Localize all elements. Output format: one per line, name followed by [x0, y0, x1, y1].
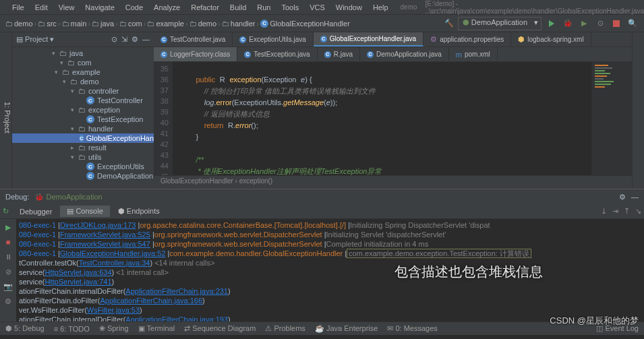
tree-item-testcontroller[interactable]: CTestController	[12, 96, 154, 105]
crumb-0[interactable]: demo	[14, 20, 33, 28]
project-panel: ▤ Project ▾ ⊙ ⇲ ⚙ — ▾🗀java▾🗀com▾🗀example…	[12, 32, 154, 189]
tree-item-demoapplication[interactable]: CDemoApplication	[12, 171, 154, 181]
console-toolbar: ▶ ■ ⏸ ⊘ 📷 ⚙	[0, 219, 16, 321]
tree-item-utils[interactable]: ▾🗀utils	[12, 152, 154, 162]
select-file-icon[interactable]: ⊙	[111, 35, 117, 44]
tab-debugger[interactable]: Debugger	[13, 206, 59, 217]
crumb-8[interactable]: GlobalExceptionHandler	[270, 20, 350, 28]
debug-tabs: ↻ Debugger ▤ Console ⬢ Endpoints ⤓ ⇥ ⤒ ↘	[0, 204, 644, 219]
sb-spring[interactable]: ❀ Spring	[99, 324, 129, 333]
tab-loggerfactory-class[interactable]: C LoggerFactory.class	[154, 47, 237, 61]
step-icon[interactable]: ⤓	[601, 207, 607, 216]
menu-window[interactable]: Window	[332, 2, 366, 13]
statusbar: ⬢ 5: Debug ≡ 6: TODO ❀ Spring ▣ Terminal…	[0, 321, 644, 335]
profile-button[interactable]: ⊙	[594, 18, 606, 30]
menu-view[interactable]: View	[55, 2, 79, 13]
debug-config[interactable]: 🐞 DemoApplication	[34, 193, 102, 202]
sb-messages[interactable]: ✉ 0: Messages	[387, 324, 437, 333]
menu-navigate[interactable]: Navigate	[81, 2, 118, 13]
tab-pom-xml[interactable]: m pom.xml	[449, 47, 498, 61]
menu-run[interactable]: Run	[253, 2, 274, 13]
tree-item-handler[interactable]: ▾🗀handler	[12, 124, 154, 133]
project-panel-header[interactable]: ▤ Project ▾ ⊙ ⇲ ⚙ —	[12, 32, 154, 47]
coverage-button[interactable]: ▶	[578, 18, 590, 30]
crumb-1[interactable]: src	[47, 20, 57, 28]
mute-icon[interactable]: ⊘	[3, 266, 13, 277]
search-icon[interactable]: 🔍	[626, 18, 639, 30]
step-icon[interactable]: ↘	[635, 207, 641, 216]
hide-icon[interactable]: —	[142, 35, 150, 44]
tab-testcontroller-java[interactable]: C TestController.java	[154, 32, 233, 47]
project-dropdown[interactable]: ▤ Project ▾	[16, 35, 54, 44]
stop-icon[interactable]: ■	[3, 237, 13, 247]
crumb-6[interactable]: demo	[198, 20, 217, 28]
tab-demoapplication-java[interactable]: C DemoApplication.java	[360, 47, 449, 61]
editor-tabs-row2: C LoggerFactory.classC TestException.jav…	[154, 47, 632, 62]
gear-icon[interactable]: ⚙	[619, 193, 626, 202]
tab-endpoints[interactable]: ⬢ Endpoints	[111, 206, 167, 217]
camera-icon[interactable]: 📷	[3, 281, 13, 292]
code-editor[interactable]: public R exception(Exception e) { // 控制台…	[173, 62, 591, 175]
sb-sequence[interactable]: ⇄ Sequence Diagram	[184, 324, 256, 333]
menu-tools[interactable]: Tools	[277, 2, 303, 13]
run-button[interactable]	[546, 18, 558, 30]
menu-vcs[interactable]: VCS	[305, 2, 329, 13]
svg-rect-0	[613, 20, 620, 27]
tab-exceptionutils-java[interactable]: C ExceptionUtils.java	[233, 32, 313, 47]
tab-testexception-java[interactable]: C TestException.java	[237, 47, 317, 61]
tree-item-exception[interactable]: ▾🗀exception	[12, 105, 154, 115]
editor-breadcrumb[interactable]: GlobalExceptionHandler › exception()	[154, 175, 632, 189]
console-output[interactable]: 080-exec-1 |DirectJDKLog.java:173 |org.a…	[16, 219, 644, 321]
hide-icon[interactable]: —	[631, 193, 639, 202]
stop-button[interactable]	[610, 18, 622, 30]
tree-item-globalexceptionhandler[interactable]: CGlobalExceptionHandler	[12, 133, 154, 143]
menu-code[interactable]: Code	[121, 2, 147, 13]
breadcrumb[interactable]: 🗀 demo› 🗀src› 🗀main› 🗀java› 🗀com› 🗀examp…	[5, 20, 350, 28]
menu-build[interactable]: Build	[226, 2, 250, 13]
debug-button[interactable]: 🐞	[562, 18, 574, 30]
tree-item-example[interactable]: ▾🗀example	[12, 67, 154, 77]
tree-item-exceptionutils[interactable]: CExceptionUtils	[12, 162, 154, 171]
tree-item-controller[interactable]: ▾🗀controller	[12, 86, 154, 96]
resume-icon[interactable]: ▶	[3, 222, 13, 233]
tab-console[interactable]: ▤ Console	[60, 206, 109, 217]
settings-icon[interactable]: ⚙	[3, 296, 13, 307]
step-icon[interactable]: ⇥	[612, 207, 618, 216]
tree-item-result[interactable]: ▸🗀result	[12, 143, 154, 152]
right-tool-stripe[interactable]	[632, 32, 644, 189]
tab-r-java[interactable]: C R.java	[318, 47, 360, 61]
sb-java[interactable]: ☕ Java Enterprise	[315, 324, 378, 333]
sb-terminal[interactable]: ▣ Terminal	[138, 324, 175, 333]
tree-item-java[interactable]: ▾🗀java	[12, 49, 154, 58]
rerun-icon[interactable]: ↻	[3, 207, 9, 216]
crumb-5[interactable]: example	[156, 20, 184, 28]
crumb-4[interactable]: com	[128, 20, 142, 28]
pause-icon[interactable]: ⏸	[3, 251, 13, 262]
tab-globalexceptionhandler-java[interactable]: C GlobalExceptionHandler.java	[314, 32, 423, 47]
menu-refactor[interactable]: Refactor	[187, 2, 223, 13]
left-tool-stripe[interactable]: 1: Project	[0, 32, 12, 189]
tab-logback-spring-xml[interactable]: ⬢ logback-spring.xml	[511, 32, 591, 47]
project-tree[interactable]: ▾🗀java▾🗀com▾🗀example▾🗀demo▾🗀controllerCT…	[12, 47, 154, 189]
menu-file[interactable]: File	[8, 2, 28, 13]
build-icon[interactable]: 🔨	[444, 19, 454, 28]
sb-todo[interactable]: ≡ 6: TODO	[54, 325, 90, 333]
sb-problems[interactable]: ⚠ Problems	[265, 324, 305, 333]
crumb-7[interactable]: handler	[231, 20, 256, 28]
tree-item-com[interactable]: ▾🗀com	[12, 58, 154, 67]
gear-icon[interactable]: ⚙	[131, 35, 138, 44]
crumb-3[interactable]: java	[100, 20, 114, 28]
titlebar: File Edit View Navigate Code Analyze Ref…	[0, 0, 644, 15]
run-config-select[interactable]: ⬢ DemoApplication ▾	[458, 17, 541, 30]
minimap[interactable]	[591, 62, 632, 175]
crumb-2[interactable]: main	[71, 20, 87, 28]
menu-edit[interactable]: Edit	[31, 2, 52, 13]
tree-item-demo[interactable]: ▾🗀demo	[12, 77, 154, 86]
tab-application-properties[interactable]: ⚙ application.properties	[423, 32, 511, 47]
collapse-icon[interactable]: ⇲	[121, 35, 127, 44]
tree-item-testexception[interactable]: CTestException	[12, 115, 154, 124]
menu-analyze[interactable]: Analyze	[150, 2, 184, 13]
sb-debug[interactable]: ⬢ 5: Debug	[5, 324, 45, 333]
menu-help[interactable]: Help	[369, 2, 392, 13]
step-icon[interactable]: ⤒	[624, 207, 630, 216]
